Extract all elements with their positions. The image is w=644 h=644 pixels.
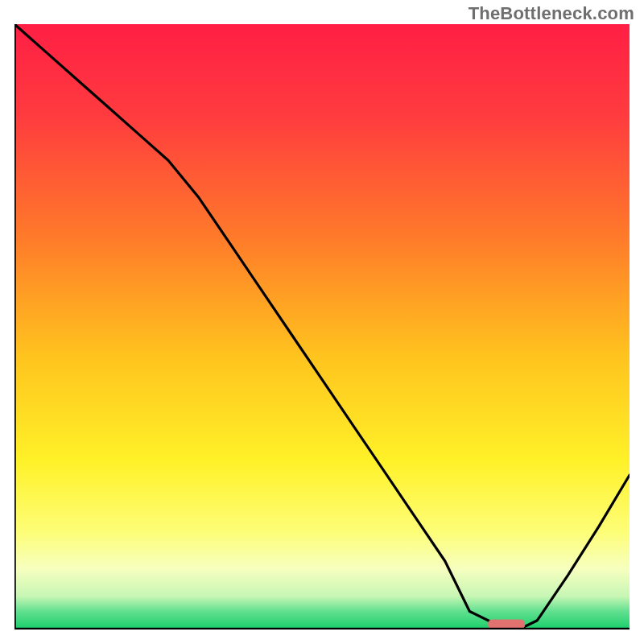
chart-container: TheBottleneck.com [0,0,644,644]
optimal-marker [488,619,525,629]
watermark-text: TheBottleneck.com [469,3,634,24]
chart-svg [14,24,630,630]
gradient-background [14,24,630,630]
bottleneck-chart [14,24,630,630]
